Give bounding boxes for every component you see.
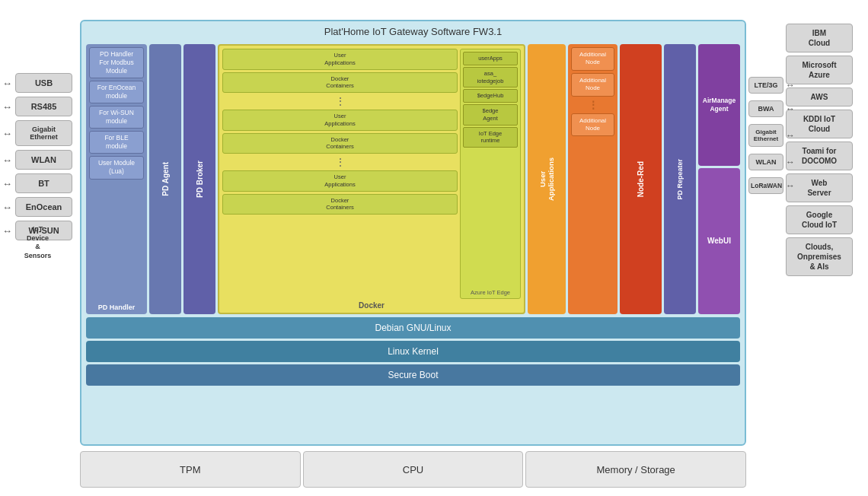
azure-asa: asa_iotedgejob [463, 67, 518, 88]
inner-content: PD HandlerFor ModbusModule For EnOceanmo… [86, 44, 740, 440]
mid-connectors: LTE/3G BWA GigabitEthernet WLAN LoRaWAN [748, 77, 783, 197]
airmanage-webui-column: AirManageAgent WebUI [698, 44, 740, 314]
debian-layer: Debian GNU/Linux [86, 317, 740, 339]
hardware-row: TPM CPU Memory / Storage [80, 451, 746, 488]
cloud-ibm: IBMCloud [786, 24, 853, 52]
pd-broker-label: PD Broker [196, 161, 204, 198]
secure-boot-layer: Secure Boot [86, 364, 740, 386]
pd-repeater-label: PD Repeater [676, 159, 684, 200]
azure-iot-runtime: IoT Edgeruntime [463, 127, 518, 148]
docker-col-1: UserApplications DockerContainers ⋮ User… [222, 49, 458, 299]
cloud-google: GoogleCloud IoT [786, 205, 853, 234]
user-app-3: UserApplications [222, 170, 458, 192]
dots-1: ⋮ [222, 95, 458, 107]
docker-label: Docker [222, 301, 521, 310]
docker-group-inner: UserApplications DockerContainers ⋮ User… [222, 49, 521, 299]
azure-iot-column: userApps asa_iotedgejob $edgeHub $edgeAg… [460, 49, 521, 299]
right-clouds: IBMCloud MicrosoftAzure AWS KDDI IoTClou… [786, 24, 853, 276]
pd-handler-item-2: For EnOceanmodule [89, 81, 144, 103]
additional-dots: ⋮ [571, 99, 614, 111]
docker-container-3: DockerContainers [222, 194, 458, 215]
left-devices: USB RS485 GigabitEthernet WLAN BT EnOcea… [15, 73, 72, 240]
docker-container-1: DockerContainers [222, 72, 458, 94]
additional-node-2: AdditionalNode [571, 73, 614, 97]
cloud-others: Clouds,Onpremises& AIs [786, 237, 853, 276]
azure-edge-agent: $edgeAgent [463, 104, 518, 126]
pd-broker-column: PD Broker [183, 44, 215, 314]
azure-user-apps: userApps [463, 52, 518, 65]
memory-box: Memory / Storage [525, 451, 746, 488]
iot-label: IoTDevice&Sensors [17, 225, 59, 261]
connector-lorawan: LoRaWAN [748, 177, 783, 194]
pd-handler-item-3: For Wi-SUNmodule [89, 106, 144, 129]
cloud-webserver: WebServer [786, 173, 853, 202]
device-rs485: RS485 [15, 97, 72, 116]
device-wlan: WLAN [15, 150, 72, 170]
diagram: Plat'Home IoT Gateway Software FW3.1 PD … [15, 8, 853, 488]
webui-label: WebUI [707, 237, 731, 245]
user-app-1: UserApplications [222, 49, 458, 70]
connector-wlan-r: WLAN [748, 154, 783, 170]
pd-agent-label: PD Agent [161, 162, 170, 196]
cpu-box: CPU [303, 451, 524, 488]
cloud-kddi: KDDI IoTCloud [786, 110, 853, 138]
device-usb: USB [15, 73, 72, 93]
main-container: Plat'Home IoT Gateway Software FW3.1 PD … [0, 0, 868, 496]
user-app-2: UserApplications [222, 110, 458, 131]
system-layers: Debian GNU/Linux Linux Kernel Secure Boo… [86, 317, 740, 386]
user-applications-column: UserApplications [528, 44, 566, 314]
docker-group: UserApplications DockerContainers ⋮ User… [218, 44, 525, 314]
pd-handler-item-5: User Module(Lua) [89, 156, 144, 179]
pd-agent-column: PD Agent [149, 44, 181, 314]
airmanage-box: AirManageAgent [698, 44, 740, 166]
pd-handler-column: PD HandlerFor ModbusModule For EnOceanmo… [86, 44, 147, 314]
additional-node-1: AdditionalNode [571, 47, 614, 71]
device-enocean: EnOcean [15, 197, 72, 217]
pd-repeater-column: PD Repeater [664, 44, 696, 314]
node-red-label: Node-Red [637, 161, 645, 197]
pd-handler-item-1: PD HandlerFor ModbusModule [89, 47, 144, 78]
azure-edgehub: $edgeHub [463, 89, 518, 103]
additional-node-column: AdditionalNode AdditionalNode ⋮ Addition… [568, 44, 617, 314]
connector-gigabit-r: GigabitEthernet [748, 124, 783, 147]
connector-bwa: BWA [748, 100, 783, 117]
platform-box: Plat'Home IoT Gateway Software FW3.1 PD … [80, 20, 746, 446]
node-red-column: Node-Red [620, 44, 662, 314]
cloud-aws: AWS [786, 87, 853, 107]
additional-node-3: AdditionalNode [571, 113, 614, 137]
azure-iot-label: Azure IoT Edge [463, 289, 518, 296]
platform-title: Plat'Home IoT Gateway Software FW3.1 [81, 21, 745, 40]
device-gigabit: GigabitEthernet [15, 120, 72, 146]
tpm-box: TPM [80, 451, 301, 488]
user-applications-label: UserApplications [538, 157, 555, 201]
cloud-toami: Toami forDOCOMO [786, 141, 853, 170]
dots-2: ⋮ [222, 156, 458, 168]
linux-layer: Linux Kernel [86, 341, 740, 362]
main-columns-row: PD HandlerFor ModbusModule For EnOceanmo… [86, 44, 740, 314]
webui-box: WebUI [698, 168, 740, 314]
airmanage-label: AirManageAgent [703, 97, 736, 113]
pd-handler-label: PD Handler [89, 300, 144, 311]
connector-lte: LTE/3G [748, 77, 783, 94]
device-bt: BT [15, 173, 72, 193]
cloud-azure: MicrosoftAzure [786, 56, 853, 84]
docker-container-2: DockerContainers [222, 133, 458, 154]
pd-handler-item-4: For BLEmodule [89, 131, 144, 154]
